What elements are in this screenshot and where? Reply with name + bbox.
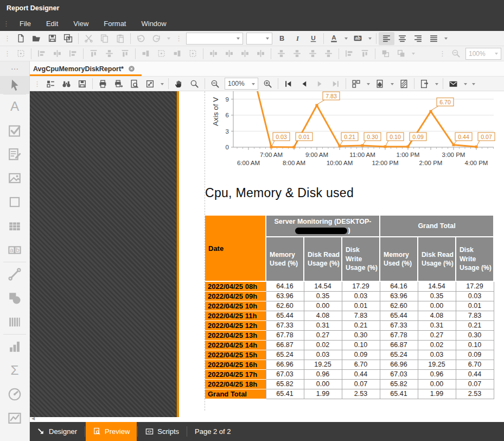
svg-text:U: U [311,34,315,41]
highlight-button[interactable]: ab [350,32,366,45]
scale-button[interactable] [142,78,158,90]
save-all-button[interactable] [60,32,76,45]
toolbar-grip-handle[interactable]: ⋮ [4,49,10,58]
search-button[interactable] [59,78,74,90]
font-size-combo[interactable] [246,33,272,45]
document-map-button[interactable] [43,78,59,90]
menu-view[interactable]: View [66,17,96,30]
first-page-button[interactable] [280,78,296,90]
toolbox-item-chart-tool[interactable] [0,335,29,358]
dropdown-button[interactable] [364,78,372,90]
document-tab[interactable]: AvgCpuMemoryDiskReport* [30,61,142,76]
toolbox-item-pointer-tool[interactable] [0,77,29,94]
value-cell: 0.30 [342,330,380,340]
toolbox-item-label-tool[interactable]: A [0,94,29,118]
align-left-button[interactable] [379,32,394,45]
toolbox-item-table-tool[interactable] [0,214,29,238]
value-cell: 67.33 [380,320,418,330]
statusbar-tab-designer[interactable]: Designer [30,422,84,441]
page-color-button[interactable] [372,78,388,90]
align-right-button[interactable] [410,32,426,45]
value-cell: 62.60 [266,301,304,311]
align-left-edges-button [34,47,49,60]
save-button[interactable] [44,32,60,45]
open-folder-button[interactable] [29,32,44,45]
dropdown-button[interactable] [442,32,450,45]
menu-format[interactable]: Format [96,17,133,30]
toolbar-grip-handle[interactable]: ⋮ [4,34,10,42]
dropdown-button[interactable] [158,78,166,90]
align-center-button[interactable] [394,32,410,45]
toolbox-item-panel-tool[interactable] [0,190,29,214]
table-row: 2022/04/25 18h65.820.000.0765.820.000.07 [205,379,494,389]
page-setup-button[interactable] [126,78,142,90]
save-preview-button[interactable] [74,78,90,90]
font-name-combo[interactable] [186,33,243,45]
chevron-down-icon [344,37,348,41]
toolbox-item-checkbox-tool[interactable] [0,118,29,142]
toolbox-item-rich-text-tool[interactable] [0,142,29,166]
zoom-in-button[interactable] [260,78,276,90]
zoom-out-button[interactable] [207,78,223,90]
italic-button[interactable]: I [290,32,305,45]
table-total-row: Grand Total65.411.992.5365.411.992.53 [205,389,494,399]
toolbox-item-barcode-tool[interactable] [0,310,29,334]
dropdown-button[interactable] [342,32,350,45]
total-label-cell: Grand Total [205,389,266,399]
underline-button[interactable]: U [305,32,321,45]
value-cell: 14.54 [418,281,456,291]
value-cell: 19.25 [304,360,342,369]
group-header-cell: Server Monitoring (DESKTOP-) [266,215,380,237]
export-button[interactable] [417,78,432,90]
menu-edit[interactable]: Edit [39,17,66,30]
menu-window[interactable]: Window [133,17,174,30]
magnifier-button[interactable] [187,78,202,90]
cut-button [81,32,97,45]
value-cell: 0.02 [418,340,456,350]
toolbox-item-pivot-grid-tool[interactable]: Σ [0,358,29,382]
print-button[interactable] [95,78,111,90]
preview-zoom-combo[interactable]: 100% [225,78,258,90]
statusbar-tab-preview[interactable]: Preview [86,422,137,441]
watermark-button[interactable] [396,78,412,90]
menubar-grip-handle[interactable]: ⋮ [3,20,9,28]
dropdown-button[interactable] [366,32,374,45]
toolbox-overflow-button[interactable]: … [0,61,29,77]
toolbox-item-picture-box-tool[interactable] [0,166,29,190]
chart-point-label: 0.10 [390,134,401,140]
print-direct-button[interactable] [111,78,126,90]
dropdown-button[interactable] [388,78,396,90]
horizontal-scrollbar[interactable]: ◀ [30,417,504,422]
toolbox-item-shape-tool[interactable] [0,286,29,310]
multi-page-button[interactable] [348,78,364,90]
table-row: 2022/04/25 11h65.444.087.8365.444.087.83 [205,311,494,320]
align-justify-button[interactable] [426,32,442,45]
toolbox-item-line-tool[interactable] [0,262,29,286]
toolbox-item-character-comb-tool[interactable]: ab [0,238,29,262]
dropdown-button[interactable] [469,78,477,90]
hand-tool-button[interactable] [171,78,187,90]
align-left-edges-icon [37,49,46,58]
tab-close-icon[interactable] [128,65,135,72]
scripts-icon: <> [145,427,154,436]
bold-button[interactable]: B [274,32,290,45]
svg-text:b: b [16,247,19,253]
menu-file[interactable]: File [12,17,39,30]
dropdown-button[interactable] [432,78,441,90]
toolbox-item-sparkline-tool[interactable] [0,406,29,430]
new-document-button[interactable] [13,32,29,45]
toolbox-item-gauge-tool[interactable] [0,382,29,406]
align-vertical-centers-icon [105,49,114,58]
pivot-grid-tool-icon: Σ [8,363,22,377]
scroll-left-arrow[interactable]: ◀ [31,416,35,421]
toolbar-grip-handle[interactable]: ⋮ [439,49,445,58]
dropdown-button[interactable] [461,78,469,90]
column-header-cell: Disk Write Usage (%) [456,237,494,281]
font-color-button[interactable]: A [326,32,342,45]
statusbar-tab-scripts[interactable]: <>Scripts [138,422,186,441]
toolbar-grip-handle[interactable]: ⋮ [34,80,40,88]
toolbar-grip-handle[interactable]: ⋮ [175,34,182,42]
increase-horizontal-spacing-icon [225,49,234,58]
prev-page-button[interactable] [296,78,312,90]
mail-button[interactable] [445,78,461,90]
